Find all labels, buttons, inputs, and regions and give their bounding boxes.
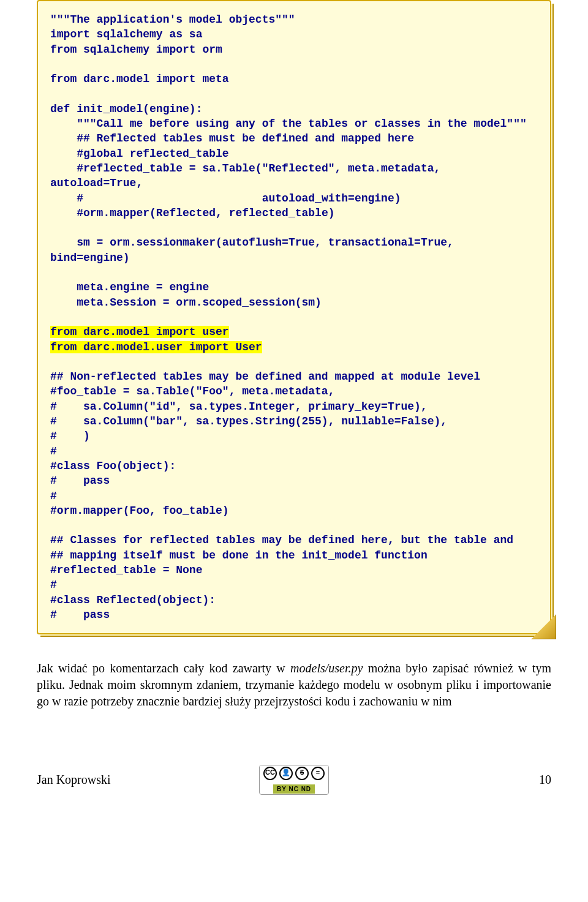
code-line: # [50, 490, 57, 502]
code-line: """The application's model objects""" [50, 13, 295, 26]
cc-icon: CC [263, 767, 277, 780]
code-line-highlighted: from darc.model import user [50, 326, 229, 338]
body-text-prefix: Jak widać po komentarzach cały kod zawar… [37, 661, 290, 675]
code-line: # [50, 579, 57, 591]
nd-icon: = [311, 767, 325, 780]
code-block: """The application's model objects""" im… [37, 0, 551, 634]
code-line: #class Foo(object): [50, 460, 176, 472]
code-line: from darc.model import meta [50, 73, 229, 85]
code-line-highlighted: from darc.model.user import User [50, 341, 262, 353]
code-line: meta.engine = engine [50, 281, 209, 293]
code-line: def init_model(engine): [50, 103, 202, 115]
code-line: import sqlalchemy as sa [50, 28, 202, 40]
cc-label: BY NC ND [273, 784, 315, 794]
footer-author: Jan Koprowski [37, 773, 259, 787]
code-line: # sa.Column("id", sa.types.Integer, prim… [50, 400, 428, 413]
code-line: #reflected_table = None [50, 564, 202, 576]
code-line: # [50, 445, 57, 457]
by-icon: 👤 [279, 767, 293, 780]
code-line: #foo_table = sa.Table("Foo", meta.metada… [50, 385, 334, 397]
body-text-filename: models/user.py [290, 661, 363, 675]
code-line: meta.Session = orm.scoped_session(sm) [50, 296, 322, 309]
footer-page-number: 10 [329, 773, 551, 787]
code-line: #global reflected_table [50, 148, 229, 160]
code-line: # pass [50, 609, 110, 621]
code-block-wrapper: """The application's model objects""" im… [37, 0, 551, 634]
cc-license-badge: CC 👤 $ = BY NC ND [259, 765, 329, 795]
code-line: # pass [50, 475, 110, 487]
code-line: ## mapping itself must be done in the in… [50, 549, 428, 562]
body-paragraph: Jak widać po komentarzach cały kod zawar… [37, 660, 551, 710]
code-line: #reflected_table = sa.Table("Reflected",… [50, 162, 447, 189]
page-footer: Jan Koprowski CC 👤 $ = BY NC ND 10 [37, 765, 551, 795]
code-line: ## Classes for reflected tables may be d… [50, 534, 513, 546]
code-line: ## Non-reflected tables may be defined a… [50, 370, 480, 383]
nc-icon: $ [295, 767, 309, 780]
code-line: sm = orm.sessionmaker(autoflush=True, tr… [50, 236, 461, 263]
code-line: # ) [50, 430, 90, 442]
page-curl-icon [531, 614, 556, 639]
code-line: """Call me before using any of the table… [50, 118, 527, 130]
code-line: # sa.Column("bar", sa.types.String(255),… [50, 415, 447, 427]
code-line: #orm.mapper(Reflected, reflected_table) [50, 207, 335, 219]
code-line: #class Reflected(object): [50, 594, 216, 606]
code-line: from sqlalchemy import orm [50, 43, 222, 56]
code-line: #orm.mapper(Foo, foo_table) [50, 505, 229, 517]
code-line: # autoload_with=engine) [50, 192, 401, 205]
code-line: ## Reflected tables must be defined and … [50, 132, 414, 145]
